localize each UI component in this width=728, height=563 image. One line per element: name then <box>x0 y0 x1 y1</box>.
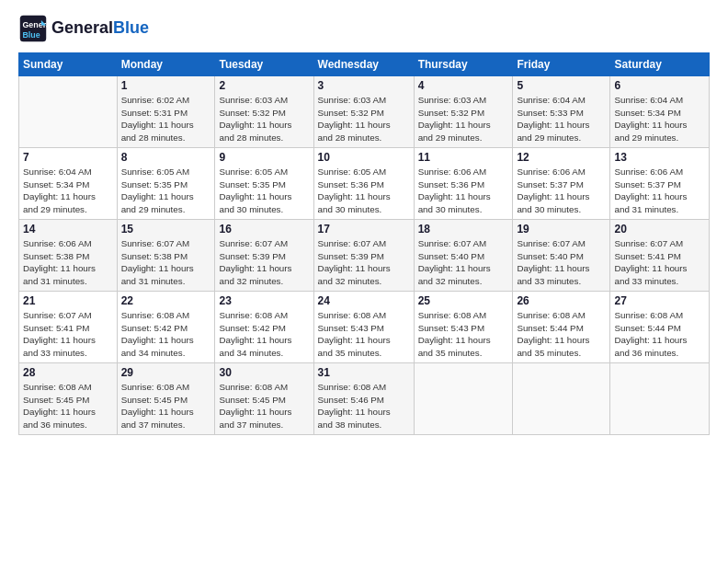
calendar-cell: 2Sunrise: 6:03 AM Sunset: 5:32 PM Daylig… <box>215 76 313 148</box>
day-number: 1 <box>121 79 211 92</box>
day-number: 15 <box>121 223 211 236</box>
weekday-header-row: SundayMondayTuesdayWednesdayThursdayFrid… <box>19 53 710 76</box>
day-info: Sunrise: 6:05 AM Sunset: 5:36 PM Dayligh… <box>318 166 410 216</box>
day-number: 18 <box>418 223 509 236</box>
day-number: 27 <box>614 294 705 307</box>
day-number: 30 <box>219 366 309 379</box>
calendar-week-1: 1Sunrise: 6:02 AM Sunset: 5:31 PM Daylig… <box>19 76 710 148</box>
weekday-header-saturday: Saturday <box>610 53 710 76</box>
day-info: Sunrise: 6:07 AM Sunset: 5:40 PM Dayligh… <box>517 237 606 288</box>
day-info: Sunrise: 6:08 AM Sunset: 5:43 PM Dayligh… <box>318 309 410 360</box>
calendar-cell: 18Sunrise: 6:07 AM Sunset: 5:40 PM Dayli… <box>414 220 513 292</box>
day-number: 21 <box>23 294 113 307</box>
calendar-cell: 26Sunrise: 6:08 AM Sunset: 5:44 PM Dayli… <box>513 292 610 363</box>
calendar-cell: 16Sunrise: 6:07 AM Sunset: 5:39 PM Dayli… <box>215 220 313 292</box>
calendar-table: SundayMondayTuesdayWednesdayThursdayFrid… <box>18 52 710 435</box>
day-info: Sunrise: 6:08 AM Sunset: 5:45 PM Dayligh… <box>121 381 211 431</box>
logo: General Blue GeneralBlue <box>18 14 149 43</box>
day-info: Sunrise: 6:08 AM Sunset: 5:42 PM Dayligh… <box>219 309 309 360</box>
day-number: 23 <box>219 294 309 307</box>
day-info: Sunrise: 6:04 AM Sunset: 5:34 PM Dayligh… <box>614 94 705 144</box>
day-number: 9 <box>219 151 309 164</box>
day-info: Sunrise: 6:02 AM Sunset: 5:31 PM Dayligh… <box>121 94 211 144</box>
day-info: Sunrise: 6:06 AM Sunset: 5:38 PM Dayligh… <box>23 237 113 288</box>
day-info: Sunrise: 6:08 AM Sunset: 5:45 PM Dayligh… <box>219 381 309 431</box>
calendar-cell <box>414 363 513 435</box>
calendar-cell: 27Sunrise: 6:08 AM Sunset: 5:44 PM Dayli… <box>610 292 710 363</box>
calendar-cell: 7Sunrise: 6:04 AM Sunset: 5:34 PM Daylig… <box>19 148 118 220</box>
day-number: 12 <box>517 151 606 164</box>
weekday-header-sunday: Sunday <box>19 53 118 76</box>
day-info: Sunrise: 6:03 AM Sunset: 5:32 PM Dayligh… <box>318 94 410 144</box>
day-number: 28 <box>23 366 113 379</box>
day-number: 16 <box>219 223 309 236</box>
calendar-cell <box>513 363 610 435</box>
day-number: 5 <box>517 79 606 92</box>
day-number: 29 <box>121 366 211 379</box>
calendar-cell: 15Sunrise: 6:07 AM Sunset: 5:38 PM Dayli… <box>117 220 215 292</box>
day-number: 13 <box>614 151 705 164</box>
calendar-cell: 12Sunrise: 6:06 AM Sunset: 5:37 PM Dayli… <box>513 148 610 220</box>
calendar-cell: 5Sunrise: 6:04 AM Sunset: 5:33 PM Daylig… <box>513 76 610 148</box>
calendar-week-2: 7Sunrise: 6:04 AM Sunset: 5:34 PM Daylig… <box>19 148 710 220</box>
calendar-week-4: 21Sunrise: 6:07 AM Sunset: 5:41 PM Dayli… <box>19 292 710 363</box>
calendar-cell: 25Sunrise: 6:08 AM Sunset: 5:43 PM Dayli… <box>414 292 513 363</box>
day-number: 14 <box>23 223 113 236</box>
day-info: Sunrise: 6:07 AM Sunset: 5:40 PM Dayligh… <box>418 237 509 288</box>
calendar-cell: 13Sunrise: 6:06 AM Sunset: 5:37 PM Dayli… <box>610 148 710 220</box>
calendar-cell: 28Sunrise: 6:08 AM Sunset: 5:45 PM Dayli… <box>19 363 118 435</box>
day-info: Sunrise: 6:06 AM Sunset: 5:37 PM Dayligh… <box>517 166 606 216</box>
weekday-header-monday: Monday <box>117 53 215 76</box>
day-number: 22 <box>121 294 211 307</box>
weekday-header-tuesday: Tuesday <box>215 53 313 76</box>
calendar-cell <box>610 363 710 435</box>
weekday-header-wednesday: Wednesday <box>313 53 414 76</box>
day-info: Sunrise: 6:07 AM Sunset: 5:39 PM Dayligh… <box>318 237 410 288</box>
day-info: Sunrise: 6:07 AM Sunset: 5:41 PM Dayligh… <box>614 237 705 288</box>
day-number: 25 <box>418 294 509 307</box>
day-number: 2 <box>219 79 309 92</box>
calendar-cell: 30Sunrise: 6:08 AM Sunset: 5:45 PM Dayli… <box>215 363 313 435</box>
calendar-cell: 31Sunrise: 6:08 AM Sunset: 5:46 PM Dayli… <box>313 363 414 435</box>
day-info: Sunrise: 6:08 AM Sunset: 5:43 PM Dayligh… <box>418 309 509 360</box>
day-number: 8 <box>121 151 211 164</box>
day-info: Sunrise: 6:07 AM Sunset: 5:38 PM Dayligh… <box>121 237 211 288</box>
day-info: Sunrise: 6:06 AM Sunset: 5:37 PM Dayligh… <box>614 166 705 216</box>
day-info: Sunrise: 6:08 AM Sunset: 5:44 PM Dayligh… <box>517 309 606 360</box>
day-info: Sunrise: 6:07 AM Sunset: 5:41 PM Dayligh… <box>23 309 113 360</box>
day-info: Sunrise: 6:06 AM Sunset: 5:36 PM Dayligh… <box>418 166 509 216</box>
calendar-cell: 10Sunrise: 6:05 AM Sunset: 5:36 PM Dayli… <box>313 148 414 220</box>
day-number: 6 <box>614 79 705 92</box>
day-info: Sunrise: 6:08 AM Sunset: 5:44 PM Dayligh… <box>614 309 705 360</box>
day-number: 11 <box>418 151 509 164</box>
weekday-header-friday: Friday <box>513 53 610 76</box>
page: General Blue GeneralBlue SundayMondayTue… <box>0 0 728 563</box>
calendar-cell: 9Sunrise: 6:05 AM Sunset: 5:35 PM Daylig… <box>215 148 313 220</box>
day-info: Sunrise: 6:03 AM Sunset: 5:32 PM Dayligh… <box>219 94 309 144</box>
calendar-cell: 17Sunrise: 6:07 AM Sunset: 5:39 PM Dayli… <box>313 220 414 292</box>
day-info: Sunrise: 6:03 AM Sunset: 5:32 PM Dayligh… <box>418 94 509 144</box>
day-number: 17 <box>318 223 410 236</box>
calendar-body: 1Sunrise: 6:02 AM Sunset: 5:31 PM Daylig… <box>19 76 710 435</box>
day-info: Sunrise: 6:05 AM Sunset: 5:35 PM Dayligh… <box>121 166 211 216</box>
day-number: 24 <box>318 294 410 307</box>
calendar-cell: 24Sunrise: 6:08 AM Sunset: 5:43 PM Dayli… <box>313 292 414 363</box>
day-info: Sunrise: 6:04 AM Sunset: 5:33 PM Dayligh… <box>517 94 606 144</box>
calendar-cell: 1Sunrise: 6:02 AM Sunset: 5:31 PM Daylig… <box>117 76 215 148</box>
calendar-cell: 8Sunrise: 6:05 AM Sunset: 5:35 PM Daylig… <box>117 148 215 220</box>
svg-text:Blue: Blue <box>22 30 40 40</box>
day-info: Sunrise: 6:08 AM Sunset: 5:46 PM Dayligh… <box>318 381 410 431</box>
day-number: 3 <box>318 79 410 92</box>
day-info: Sunrise: 6:05 AM Sunset: 5:35 PM Dayligh… <box>219 166 309 216</box>
calendar-cell: 14Sunrise: 6:06 AM Sunset: 5:38 PM Dayli… <box>19 220 118 292</box>
day-info: Sunrise: 6:04 AM Sunset: 5:34 PM Dayligh… <box>23 166 113 216</box>
day-info: Sunrise: 6:08 AM Sunset: 5:42 PM Dayligh… <box>121 309 211 360</box>
calendar-cell: 21Sunrise: 6:07 AM Sunset: 5:41 PM Dayli… <box>19 292 118 363</box>
day-number: 31 <box>318 366 410 379</box>
page-header: General Blue GeneralBlue <box>18 14 710 43</box>
calendar-cell: 20Sunrise: 6:07 AM Sunset: 5:41 PM Dayli… <box>610 220 710 292</box>
calendar-cell: 19Sunrise: 6:07 AM Sunset: 5:40 PM Dayli… <box>513 220 610 292</box>
calendar-cell: 29Sunrise: 6:08 AM Sunset: 5:45 PM Dayli… <box>117 363 215 435</box>
day-number: 10 <box>318 151 410 164</box>
calendar-week-3: 14Sunrise: 6:06 AM Sunset: 5:38 PM Dayli… <box>19 220 710 292</box>
